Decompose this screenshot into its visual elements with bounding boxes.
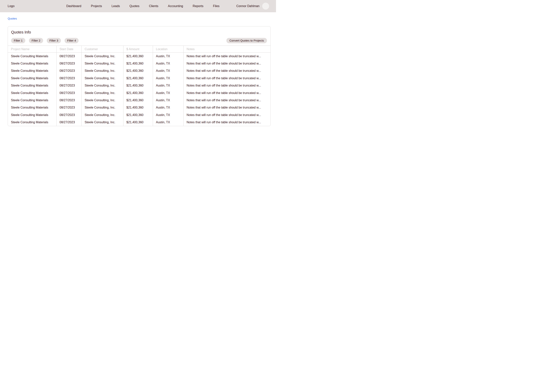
cell-amount: $21,400,360 bbox=[123, 112, 153, 119]
filter-button[interactable]: Filter 1 bbox=[11, 38, 25, 43]
cell-location: Austin, TX bbox=[153, 97, 183, 104]
quotes-info-card: Quotes Info Filter 1 Filter 2 Filter 3 F… bbox=[8, 26, 271, 126]
card-title: Quotes Info bbox=[11, 29, 267, 35]
table-row[interactable]: Steele Consulting Materials 08/27/2023 S… bbox=[8, 53, 271, 60]
column-header: Location bbox=[153, 46, 183, 53]
convert-quotes-to-projects-button[interactable]: Convert Quotes to Projects bbox=[226, 38, 267, 43]
top-navigation-bar: Logo Dashboard Projects Leads Quotes Cli… bbox=[0, 0, 276, 12]
table-row[interactable]: Steele Consulting Materials 08/27/2023 S… bbox=[8, 82, 271, 89]
cell-project-name: Steele Consulting Materials bbox=[8, 75, 56, 82]
cell-amount: $21,400,360 bbox=[123, 82, 153, 89]
quotes-table: Project Name Start Date Customer $ Amoun… bbox=[8, 46, 271, 126]
cell-location: Austin, TX bbox=[153, 112, 183, 119]
cell-customer: Steele Consulting, Inc. bbox=[81, 67, 123, 74]
logo[interactable]: Logo bbox=[8, 4, 15, 8]
cell-project-name: Steele Consulting Materials bbox=[8, 53, 56, 60]
cell-start-date: 08/27/2023 bbox=[56, 82, 81, 89]
cell-project-name: Steele Consulting Materials bbox=[8, 119, 56, 126]
cell-start-date: 08/27/2023 bbox=[56, 97, 81, 104]
table-row[interactable]: Steele Consulting Materials 08/27/2023 S… bbox=[8, 89, 271, 97]
cell-location: Austin, TX bbox=[153, 104, 183, 111]
cell-customer: Steele Consulting, Inc. bbox=[81, 97, 123, 104]
table-row[interactable]: Steele Consulting Materials 08/27/2023 S… bbox=[8, 104, 271, 111]
cell-customer: Steele Consulting, Inc. bbox=[81, 53, 123, 60]
card-header: Quotes Info Filter 1 Filter 2 Filter 3 F… bbox=[8, 26, 270, 43]
nav-links: Dashboard Projects Leads Quotes Clients … bbox=[66, 4, 219, 8]
cell-notes: Notes that will run off the table should… bbox=[183, 119, 271, 126]
table-row[interactable]: Steele Consulting Materials 08/27/2023 S… bbox=[8, 119, 271, 126]
filter-button[interactable]: Filter 4 bbox=[65, 38, 79, 43]
cell-start-date: 08/27/2023 bbox=[56, 67, 81, 74]
cell-customer: Steele Consulting, Inc. bbox=[81, 104, 123, 111]
column-header: Start Date bbox=[56, 46, 81, 53]
cell-location: Austin, TX bbox=[153, 60, 183, 67]
cell-location: Austin, TX bbox=[153, 119, 183, 126]
table-header: Project Name Start Date Customer $ Amoun… bbox=[8, 46, 271, 53]
cell-location: Austin, TX bbox=[153, 75, 183, 82]
column-header: Notes bbox=[183, 46, 271, 53]
cell-amount: $21,400,360 bbox=[123, 75, 153, 82]
nav-item[interactable]: Quotes bbox=[130, 4, 139, 8]
cell-notes: Notes that will run off the table should… bbox=[183, 82, 271, 89]
cell-notes: Notes that will run off the table should… bbox=[183, 97, 271, 104]
cell-customer: Steele Consulting, Inc. bbox=[81, 75, 123, 82]
cell-customer: Steele Consulting, Inc. bbox=[81, 89, 123, 97]
cell-amount: $21,400,360 bbox=[123, 119, 153, 126]
table-row[interactable]: Steele Consulting Materials 08/27/2023 S… bbox=[8, 60, 271, 67]
filter-toolbar: Filter 1 Filter 2 Filter 3 Filter 4 Conv… bbox=[11, 38, 267, 43]
cell-customer: Steele Consulting, Inc. bbox=[81, 82, 123, 89]
filter-button[interactable]: Filter 2 bbox=[29, 38, 43, 43]
cell-customer: Steele Consulting, Inc. bbox=[81, 112, 123, 119]
cell-start-date: 08/27/2023 bbox=[56, 75, 81, 82]
cell-notes: Notes that will run off the table should… bbox=[183, 89, 271, 97]
cell-notes: Notes that will run off the table should… bbox=[183, 112, 271, 119]
table-row[interactable]: Steele Consulting Materials 08/27/2023 S… bbox=[8, 75, 271, 82]
cell-start-date: 08/27/2023 bbox=[56, 89, 81, 97]
cell-notes: Notes that will run off the table should… bbox=[183, 75, 271, 82]
cell-notes: Notes that will run off the table should… bbox=[183, 53, 271, 60]
nav-item[interactable]: Leads bbox=[112, 4, 120, 8]
cell-customer: Steele Consulting, Inc. bbox=[81, 119, 123, 126]
cell-amount: $21,400,360 bbox=[123, 60, 153, 67]
cell-location: Austin, TX bbox=[153, 89, 183, 97]
filter-buttons: Filter 1 Filter 2 Filter 3 Filter 4 bbox=[11, 38, 79, 43]
cell-notes: Notes that will run off the table should… bbox=[183, 104, 271, 111]
cell-location: Austin, TX bbox=[153, 67, 183, 74]
cell-amount: $21,400,360 bbox=[123, 89, 153, 97]
cell-amount: $21,400,360 bbox=[123, 104, 153, 111]
cell-customer: Steele Consulting, Inc. bbox=[81, 60, 123, 67]
cell-location: Austin, TX bbox=[153, 82, 183, 89]
cell-amount: $21,400,360 bbox=[123, 53, 153, 60]
user-name[interactable]: Connor Dahlman bbox=[236, 4, 260, 8]
nav-item[interactable]: Dashboard bbox=[66, 4, 81, 8]
cell-project-name: Steele Consulting Materials bbox=[8, 112, 56, 119]
nav-item[interactable]: Accounting bbox=[168, 4, 183, 8]
nav-item[interactable]: Projects bbox=[91, 4, 102, 8]
filter-button[interactable]: Filter 3 bbox=[47, 38, 61, 43]
table-body: Steele Consulting Materials 08/27/2023 S… bbox=[8, 53, 271, 126]
table-row[interactable]: Steele Consulting Materials 08/27/2023 S… bbox=[8, 97, 271, 104]
user-avatar[interactable] bbox=[262, 3, 269, 10]
nav-item[interactable]: Clients bbox=[149, 4, 158, 8]
nav-item[interactable]: Reports bbox=[193, 4, 203, 8]
cell-start-date: 08/27/2023 bbox=[56, 119, 81, 126]
cell-start-date: 08/27/2023 bbox=[56, 53, 81, 60]
nav-item[interactable]: Files bbox=[213, 4, 219, 8]
column-header: Project Name bbox=[8, 46, 56, 53]
cell-project-name: Steele Consulting Materials bbox=[8, 60, 56, 67]
cell-project-name: Steele Consulting Materials bbox=[8, 82, 56, 89]
cell-start-date: 08/27/2023 bbox=[56, 60, 81, 67]
cell-project-name: Steele Consulting Materials bbox=[8, 67, 56, 74]
cell-project-name: Steele Consulting Materials bbox=[8, 104, 56, 111]
cell-start-date: 08/27/2023 bbox=[56, 104, 81, 111]
cell-project-name: Steele Consulting Materials bbox=[8, 97, 56, 104]
cell-amount: $21,400,360 bbox=[123, 67, 153, 74]
cell-amount: $21,400,360 bbox=[123, 97, 153, 104]
breadcrumb-link-quotes[interactable]: Quotes bbox=[8, 17, 17, 20]
breadcrumb: Quotes bbox=[8, 17, 276, 20]
cell-notes: Notes that will run off the table should… bbox=[183, 67, 271, 74]
cell-notes: Notes that will run off the table should… bbox=[183, 60, 271, 67]
table-row[interactable]: Steele Consulting Materials 08/27/2023 S… bbox=[8, 67, 271, 74]
column-header: $ Amount bbox=[123, 46, 153, 53]
table-row[interactable]: Steele Consulting Materials 08/27/2023 S… bbox=[8, 112, 271, 119]
